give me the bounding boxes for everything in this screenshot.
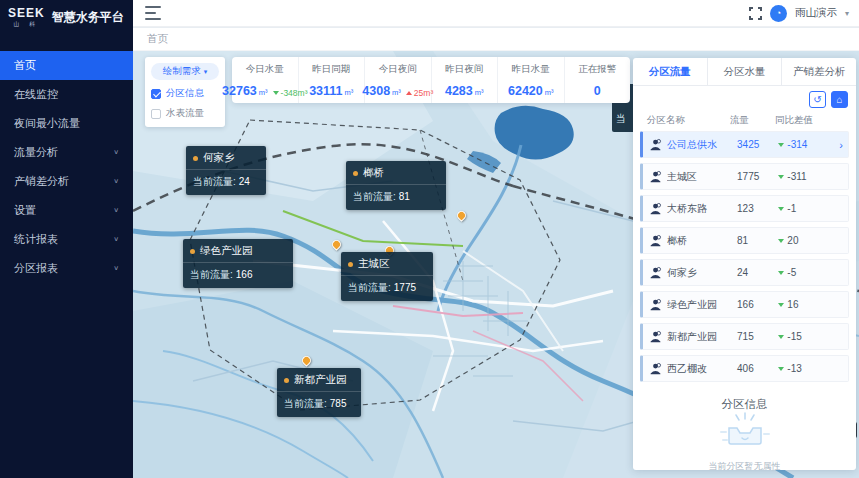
stat-value: 33111m³	[309, 84, 353, 98]
tab-产销差分析[interactable]: 产销差分析	[782, 58, 856, 85]
zone-name: 公司总供水	[667, 138, 737, 152]
zone-diff-value: 16	[787, 299, 798, 310]
map-zone-label[interactable]: 何家乡当前流量:24	[186, 146, 266, 195]
undo-icon[interactable]: ↺	[809, 91, 826, 108]
map-zone-label[interactable]: 新都产业园当前流量:785	[277, 368, 361, 417]
draw-requirement-label: 绘制需求	[163, 65, 201, 78]
table-row[interactable]: 西乙棚改406-13	[640, 355, 849, 382]
zone-person-icon	[649, 234, 662, 247]
triangle-down-icon	[778, 143, 784, 147]
stat-unit: m³	[545, 88, 554, 97]
breadcrumb: 首页	[133, 28, 859, 51]
stat-label: 昨日同期	[312, 63, 350, 76]
draw-requirement-button[interactable]: 绘制需求 ▾	[151, 63, 219, 80]
map-zone-label[interactable]: 主城区当前流量:1775	[341, 252, 433, 301]
table-row[interactable]: 大桥东路123-1	[640, 195, 849, 222]
zone-diff: -314	[778, 139, 828, 150]
checkbox-icon[interactable]	[151, 109, 161, 119]
zone-diff-value: -314	[787, 139, 807, 150]
zone-label-value: 当前流量:785	[277, 392, 361, 417]
sidebar-item-settings[interactable]: 设置∨	[0, 196, 133, 225]
zone-label-title: 何家乡	[186, 146, 266, 170]
fullscreen-icon[interactable]	[749, 7, 762, 20]
checkbox-icon[interactable]	[151, 89, 161, 99]
username[interactable]: 雨山演示	[795, 6, 837, 20]
sidebar-item-nrw-analysis[interactable]: 产销差分析∨	[0, 167, 133, 196]
stat-value: 0	[594, 84, 601, 98]
sidebar-item-label: 设置	[14, 196, 36, 225]
zone-flow: 81	[737, 235, 778, 246]
stat-delta-value: 25m³	[414, 88, 433, 98]
stat-card: 昨日夜间4283m³	[432, 57, 499, 103]
label-dot-icon	[348, 262, 353, 267]
flow-prefix: 当前流量:	[348, 282, 391, 293]
flow-prefix: 当前流量:	[190, 269, 233, 280]
sidebar-item-label: 流量分析	[14, 138, 58, 167]
layer-option-unchecked[interactable]: 水表流量	[151, 107, 219, 120]
zone-flow: 24	[737, 267, 778, 278]
brand-logo: SEEK 山 科	[8, 7, 45, 27]
layer-option-label: 分区信息	[166, 87, 204, 100]
breadcrumb-item[interactable]: 首页	[147, 32, 168, 46]
stat-number: 62420	[508, 84, 543, 98]
sidebar-item-zone-reports[interactable]: 分区报表∨	[0, 254, 133, 283]
topbar-right: ◔ 雨山演示 ▾	[749, 5, 849, 22]
sidebar-collapse-icon[interactable]	[145, 6, 161, 20]
zone-diff: -311	[778, 171, 828, 182]
zone-person-icon	[649, 138, 662, 151]
zone-flow: 123	[737, 203, 778, 214]
zone-person-icon	[649, 202, 662, 215]
zone-name: 新都产业园	[294, 373, 347, 387]
topbar: ◔ 雨山演示 ▾	[133, 0, 859, 27]
table-row[interactable]: 公司总供水3425-314›	[640, 131, 849, 158]
zone-info-empty-text: 当前分区暂无属性	[709, 460, 781, 473]
chevron-right-icon: ›	[829, 139, 843, 151]
table-row[interactable]: 新都产业园715-15	[640, 323, 849, 350]
table-row[interactable]: 主城区1775-311	[640, 163, 849, 190]
sidebar-item-flow-analysis[interactable]: 流量分析∨	[0, 138, 133, 167]
stat-unit: m³	[475, 88, 484, 97]
sidebar-item-home[interactable]: 首页	[0, 51, 133, 80]
sidebar-item-online-monitor[interactable]: 在线监控	[0, 80, 133, 109]
zone-label-value: 当前流量:24	[186, 170, 266, 195]
map-area[interactable]: 绘制需求 ▾ 分区信息水表流量 今日水量32763m³-348m³昨日同期331…	[133, 51, 859, 478]
zone-flow: 715	[737, 331, 778, 342]
triangle-down-icon	[778, 367, 784, 371]
table-row[interactable]: 榔桥8120	[640, 227, 849, 254]
zone-person-icon	[649, 266, 662, 279]
map-zone-label[interactable]: 榔桥当前流量:81	[346, 161, 446, 210]
water-stats-strip: 今日水量32763m³-348m³昨日同期33111m³今日夜间4308m³25…	[232, 57, 630, 103]
tab-分区流量[interactable]: 分区流量	[633, 58, 708, 85]
zone-diff-value: -5	[787, 267, 796, 278]
chevron-down-icon: ∨	[113, 257, 119, 280]
empty-box-icon	[719, 412, 771, 452]
stat-label: 正在报警	[578, 63, 616, 76]
triangle-down-icon	[778, 335, 784, 339]
flow-value: 81	[399, 191, 410, 202]
layer-option-checked[interactable]: 分区信息	[151, 87, 219, 100]
sidebar-item-stat-reports[interactable]: 统计报表∨	[0, 225, 133, 254]
sidebar-item-night-min-flow[interactable]: 夜间最小流量	[0, 109, 133, 138]
triangle-down-icon	[778, 175, 784, 179]
zone-name: 主城区	[667, 170, 737, 184]
label-dot-icon	[353, 171, 358, 176]
zone-diff: -5	[778, 267, 828, 278]
flow-value: 1775	[394, 282, 416, 293]
triangle-down-icon	[273, 91, 279, 95]
sidebar-item-label: 在线监控	[14, 80, 58, 109]
zone-panel-tabs: 分区流量分区水量产销差分析	[633, 58, 856, 86]
table-row[interactable]: 何家乡24-5	[640, 259, 849, 286]
stat-card: 昨日水量62420m³	[498, 57, 565, 103]
home-icon[interactable]: ⌂	[831, 91, 848, 108]
stat-card: 正在报警0	[565, 57, 631, 103]
sidebar-nav: 首页在线监控夜间最小流量流量分析∨产销差分析∨设置∨统计报表∨分区报表∨	[0, 51, 133, 283]
tab-分区水量[interactable]: 分区水量	[708, 58, 783, 85]
zone-diff: 20	[778, 235, 828, 246]
map-zone-label[interactable]: 绿色产业园当前流量:166	[183, 239, 293, 288]
user-menu-caret-icon[interactable]: ▾	[845, 9, 849, 18]
table-row[interactable]: 绿色产业园16616	[640, 291, 849, 318]
triangle-down-icon	[778, 271, 784, 275]
app-logo: SEEK 山 科 智慧水务平台	[0, 0, 133, 33]
avatar[interactable]: ◔	[770, 5, 787, 22]
zone-table-header: 分区名称流量同比差值	[633, 112, 856, 131]
